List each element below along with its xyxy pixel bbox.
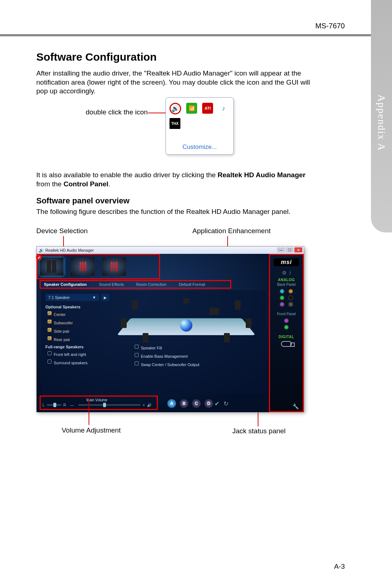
speaker-icon[interactable] [246, 319, 252, 328]
leader-jack [258, 413, 258, 426]
preset-d[interactable]: D [204, 399, 213, 408]
close-button[interactable]: ✕ [294, 247, 302, 252]
speaker-icon[interactable] [121, 319, 127, 328]
label-app-enhancement: Application Enhancement [192, 227, 270, 235]
fullrange-list: Front left and right Surround speakers [48, 351, 87, 368]
preset-b[interactable]: B [180, 399, 188, 408]
callout-doubleclick: double click the icon [86, 108, 148, 116]
tray-device-icon[interactable]: 📶 [186, 103, 197, 114]
paragraph-3: The following figure describes the funct… [36, 208, 319, 216]
main-panel: 7.1 Speaker ▼ ▶ Optional Speakers Center… [41, 290, 266, 394]
p2b: Realtek HD Audio Manager [218, 171, 306, 179]
highlight-app-enhancement [40, 280, 231, 289]
chk-subwoofer[interactable]: Subwoofer [48, 320, 73, 326]
checkbox-icon [48, 320, 52, 324]
checkbox-icon [135, 345, 139, 349]
tray-popup: 🔊 📶 ATI ♪ THX Customize... [166, 97, 234, 155]
p2d: Control Panel [64, 180, 109, 188]
titlebar-icon: 🔊 [39, 248, 44, 253]
preset-buttons: A B C D [167, 399, 213, 408]
tray-customize-link[interactable]: Customize... [166, 143, 233, 151]
appendix-label: Appendix A [376, 94, 387, 151]
page-number: A-3 [334, 563, 345, 571]
p2e: . [109, 180, 110, 188]
ati-icon[interactable]: ATI [202, 103, 213, 114]
speaker-mode-select[interactable]: 7.1 Speaker ▼ [45, 294, 99, 301]
tray-media-icon[interactable]: ♪ [218, 103, 229, 114]
speaker-icon[interactable] [224, 333, 230, 342]
speaker-icon[interactable] [235, 300, 241, 310]
checkbox-icon [48, 360, 52, 364]
apply-reset-icons: ✔ ↻ [215, 400, 228, 407]
chk-side-pair[interactable]: Side pair [48, 328, 73, 334]
chk-front-lr[interactable]: Front left and right [48, 351, 87, 357]
checkbox-icon [135, 353, 139, 357]
chevron-down-icon: ▼ [92, 295, 96, 300]
paragraph-2: It is also available to enable the audio… [36, 171, 319, 188]
highlight-jack-panel [269, 254, 304, 412]
header-divider [0, 34, 392, 36]
thx-icon[interactable]: THX [170, 118, 180, 129]
fullrange-label: Full-range Speakers [45, 345, 83, 349]
apply-icon[interactable]: ✔ [215, 400, 219, 407]
speaker-mode-value: 7.1 Speaker [48, 295, 70, 300]
intro-paragraph: After installing the audio driver, the "… [36, 69, 319, 96]
window-title: Realtek HD Audio Manager [45, 248, 94, 252]
label-volume-adjustment: Volume Adjustment [62, 426, 121, 434]
realtek-speaker-icon[interactable]: 🔊 [170, 103, 181, 114]
label-device-selection: Device Selection [36, 227, 88, 235]
checkbox-icon [135, 361, 139, 365]
highlight-volume [40, 396, 158, 410]
speaker-stage [117, 297, 255, 340]
chk-rear-pair[interactable]: Rear pair [48, 336, 73, 342]
preset-c[interactable]: C [192, 399, 201, 408]
extra-options: Speaker Fill Enable Bass Management Swap… [135, 345, 199, 370]
section-title: Software Configuration [36, 51, 157, 63]
subsection-title: Software panel overview [36, 196, 130, 206]
checkbox-icon [48, 311, 52, 315]
checkbox-icon [48, 336, 52, 340]
center-speaker-icon[interactable] [183, 298, 189, 303]
checkbox-icon [48, 351, 52, 355]
chk-surround[interactable]: Surround speakers [48, 360, 87, 366]
p2c: from the [36, 180, 64, 188]
minimize-button[interactable]: — [277, 247, 285, 252]
chk-swap-center[interactable]: Swap Center / Subwoofer Output [135, 361, 199, 368]
reset-icon[interactable]: ↻ [224, 400, 228, 407]
preset-a[interactable]: A [167, 399, 176, 408]
maximize-button[interactable]: ☐ [286, 247, 294, 252]
chk-center[interactable]: Center [48, 311, 73, 317]
play-test-button[interactable]: ▶ [101, 294, 109, 301]
chk-speaker-fill[interactable]: Speaker Fill [135, 345, 199, 351]
realtek-window: 🔊 Realtek HD Audio Manager — ☐ ✕ ✔ Speak… [36, 246, 304, 412]
optional-speakers-list: Center Subwoofer Side pair Rear pair [48, 311, 73, 345]
subwoofer-icon[interactable] [209, 308, 219, 315]
appendix-tab: Appendix A [371, 0, 392, 232]
checkbox-icon [48, 328, 52, 332]
chk-bass-mgmt[interactable]: Enable Bass Management [135, 353, 199, 359]
label-jack-status: Jack status panel [232, 427, 286, 435]
p2a: It is also available to enable the audio… [36, 171, 218, 179]
app-body: ✔ Speaker Configuration Sound Effects Ro… [37, 254, 304, 412]
header-model: MS-7670 [315, 22, 345, 30]
highlight-device-selection [37, 254, 160, 279]
window-titlebar: 🔊 Realtek HD Audio Manager — ☐ ✕ [37, 247, 304, 254]
speaker-icon[interactable] [132, 300, 138, 310]
speaker-icon[interactable] [143, 333, 148, 342]
optional-speakers-label: Optional Speakers [45, 305, 81, 309]
